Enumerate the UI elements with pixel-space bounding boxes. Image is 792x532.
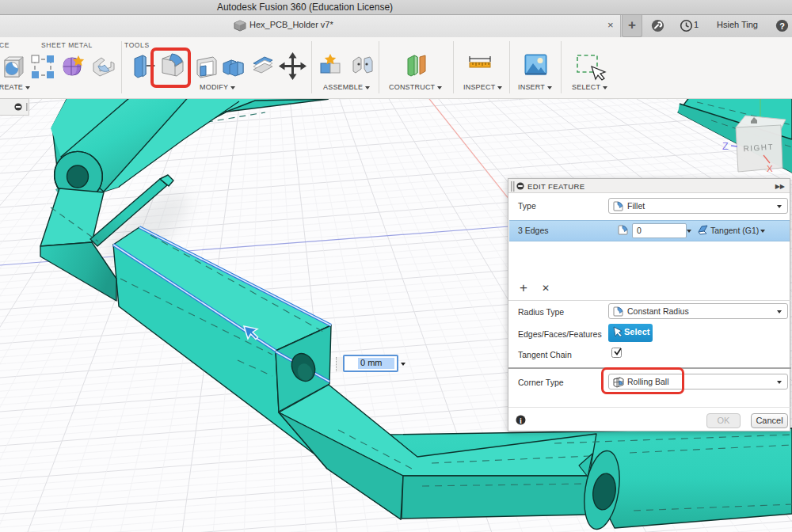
svg-text:i: i [520,416,522,425]
svg-text:X: X [767,164,773,173]
svg-text:Z: Z [722,141,729,152]
svg-text:?: ? [779,21,785,31]
